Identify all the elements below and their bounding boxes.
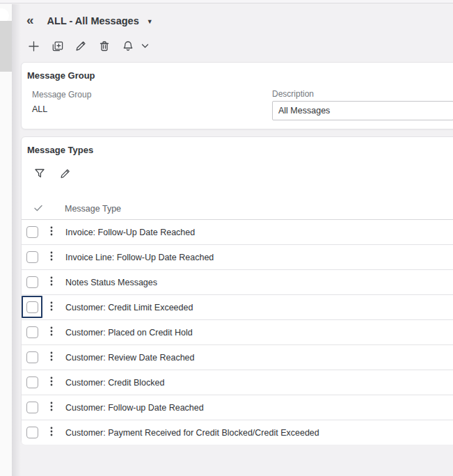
copy-icon: [51, 40, 64, 53]
trash-icon: [98, 40, 111, 52]
kebab-icon: [50, 276, 53, 289]
page-header: « ALL - All Messages ▼: [25, 12, 153, 30]
message-types-table-body: Invoice: Follow-Up Date Reached Invoice …: [22, 220, 453, 445]
row-checkbox-cell: [22, 351, 42, 363]
row-checkbox[interactable]: [26, 301, 38, 313]
row-label: Customer: Credit Blocked: [61, 378, 164, 388]
row-checkbox[interactable]: [26, 251, 38, 263]
collapse-back-icon[interactable]: «: [25, 13, 35, 28]
row-label: Notes Status Messages: [61, 278, 157, 287]
message-types-table-header: Message Type: [22, 198, 453, 220]
message-group-field-label: Message Group: [32, 90, 91, 100]
row-menu-button[interactable]: [42, 226, 61, 239]
table-row[interactable]: Customer: Follow-up Date Reached: [22, 395, 453, 420]
rail-scrollbar[interactable]: [0, 21, 12, 72]
table-row[interactable]: Notes Status Messages: [22, 270, 453, 295]
pencil-icon: [74, 40, 87, 52]
title-dropdown-caret-icon[interactable]: ▼: [147, 18, 153, 25]
add-button[interactable]: [26, 38, 40, 54]
row-checkbox-cell: [22, 402, 42, 413]
row-checkbox-cell: [22, 376, 42, 388]
row-label: Customer: Review Date Reached: [61, 353, 195, 363]
row-menu-button[interactable]: [42, 251, 61, 264]
main-toolbar: [26, 38, 150, 54]
row-checkbox[interactable]: [26, 402, 38, 413]
row-checkbox-cell: [22, 251, 42, 263]
kebab-icon: [50, 301, 53, 314]
row-label: Customer: Payment Received for Credit Bl…: [61, 428, 319, 438]
chevron-down-icon: [141, 43, 149, 49]
plus-icon: [27, 40, 40, 53]
edit-rows-button[interactable]: [58, 166, 72, 181]
notifications-menu-button[interactable]: [141, 38, 150, 54]
row-checkbox-cell: [22, 326, 42, 338]
row-menu-button[interactable]: [42, 351, 61, 364]
row-label: Customer: Placed on Credit Hold: [61, 328, 193, 338]
row-label: Invoice Line: Follow-Up Date Reached: [61, 253, 214, 262]
row-checkbox[interactable]: [26, 226, 38, 238]
column-header-message-type: Message Type: [65, 204, 121, 214]
pencil-icon: [59, 168, 71, 180]
kebab-icon: [50, 226, 53, 239]
row-checkbox[interactable]: [26, 427, 38, 438]
row-menu-button[interactable]: [42, 402, 61, 414]
table-row[interactable]: Customer: Review Date Reached: [22, 345, 453, 370]
select-all-control[interactable]: [22, 203, 42, 215]
message-types-card: Message Types Message Type: [21, 136, 453, 444]
left-rail: [0, 4, 12, 476]
row-checkbox[interactable]: [26, 326, 38, 338]
check-icon: [33, 203, 43, 215]
kebab-icon: [50, 427, 53, 439]
filter-icon: [33, 167, 46, 180]
row-label: Invoice: Follow-Up Date Reached: [61, 228, 195, 237]
message-types-section-title: Message Types: [27, 145, 93, 155]
page-title[interactable]: ALL - All Messages: [47, 15, 139, 26]
kebab-icon: [50, 326, 53, 339]
kebab-icon: [50, 376, 53, 389]
table-row[interactable]: Invoice: Follow-Up Date Reached: [22, 220, 453, 245]
row-label: Customer: Follow-up Date Reached: [61, 403, 204, 413]
row-menu-button[interactable]: [42, 376, 61, 389]
row-menu-button[interactable]: [42, 326, 61, 339]
row-checkbox-cell: [22, 427, 42, 438]
message-types-toolbar: [33, 165, 83, 182]
row-checkbox[interactable]: [26, 276, 38, 288]
kebab-icon: [50, 351, 53, 364]
row-checkbox[interactable]: [26, 351, 38, 363]
bell-icon: [122, 40, 134, 52]
duplicate-button[interactable]: [50, 38, 64, 54]
kebab-icon: [50, 251, 53, 264]
table-row[interactable]: Invoice Line: Follow-Up Date Reached: [22, 245, 453, 270]
table-row[interactable]: Customer: Placed on Credit Hold: [22, 320, 453, 345]
description-field-label: Description: [272, 89, 314, 99]
panel-edge-shadow: [12, 4, 21, 476]
row-checkbox-cell: [22, 301, 42, 313]
kebab-icon: [50, 402, 53, 414]
edit-button[interactable]: [74, 38, 88, 54]
row-checkbox-cell: [22, 226, 42, 238]
filter-button[interactable]: [33, 166, 47, 181]
row-label: Customer: Credit Limit Exceeded: [61, 303, 193, 312]
message-group-field-value: ALL: [32, 104, 47, 114]
top-divider: [0, 0, 453, 3]
delete-button[interactable]: [97, 38, 111, 54]
row-menu-button[interactable]: [42, 301, 61, 314]
row-checkbox[interactable]: [26, 376, 38, 388]
table-row[interactable]: Customer: Payment Received for Credit Bl…: [22, 420, 453, 445]
notifications-button[interactable]: [121, 38, 135, 54]
row-menu-button[interactable]: [42, 276, 61, 289]
message-group-page: « ALL - All Messages ▼: [0, 0, 453, 476]
message-group-card: Message Group Message Group ALL Descript…: [21, 62, 453, 129]
row-checkbox-cell: [22, 276, 42, 288]
row-menu-button[interactable]: [42, 427, 61, 439]
message-group-section-title: Message Group: [27, 70, 95, 81]
table-row[interactable]: Customer: Credit Limit Exceeded: [22, 295, 453, 320]
table-row[interactable]: Customer: Credit Blocked: [22, 370, 453, 395]
description-input[interactable]: [272, 101, 453, 120]
